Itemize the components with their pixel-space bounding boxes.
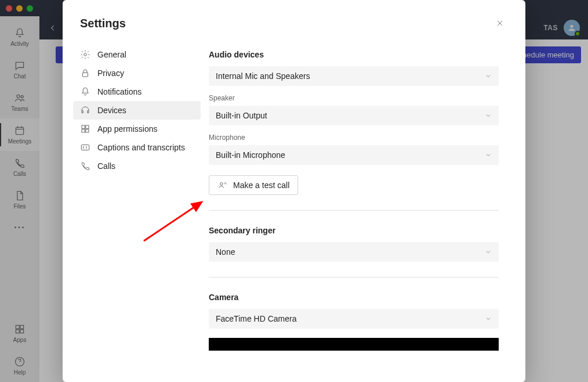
audio-devices-title: Audio devices: [209, 50, 499, 59]
nav-captions[interactable]: Captions and transcripts: [73, 138, 201, 157]
svg-point-16: [220, 183, 223, 186]
svg-rect-15: [81, 145, 89, 150]
nav-label: Notifications: [97, 87, 141, 96]
divider: [209, 277, 499, 278]
svg-rect-12: [86, 125, 89, 128]
close-button[interactable]: [492, 15, 508, 31]
nav-label: Privacy: [97, 69, 124, 78]
phone-icon: [80, 161, 90, 171]
settings-pane: Audio devices Internal Mic and Speakers …: [201, 42, 518, 382]
microphone-label: Microphone: [209, 134, 499, 142]
svg-rect-11: [82, 125, 85, 128]
nav-general[interactable]: General: [73, 45, 201, 64]
chevron-down-icon: [485, 152, 492, 158]
modal-overlay: Settings General Privacy Notifications: [0, 0, 588, 382]
nav-label: General: [97, 50, 126, 59]
svg-rect-14: [86, 129, 89, 132]
select-value: None: [216, 247, 235, 257]
grid-icon: [80, 124, 90, 134]
nav-label: Captions and transcripts: [97, 143, 185, 152]
nav-calls[interactable]: Calls: [73, 157, 201, 175]
select-value: Built-in Output: [216, 111, 267, 120]
bell-icon: [80, 87, 90, 97]
secondary-ringer-select[interactable]: None: [209, 242, 499, 262]
modal-header: Settings: [63, 0, 525, 42]
make-test-call-button[interactable]: Make a test call: [209, 175, 298, 195]
audio-devices-select[interactable]: Internal Mic and Speakers: [209, 66, 499, 86]
divider: [209, 210, 499, 211]
test-call-icon: [217, 180, 228, 190]
nav-privacy[interactable]: Privacy: [73, 64, 201, 82]
gear-icon: [80, 49, 90, 60]
select-value: FaceTime HD Camera: [216, 314, 297, 323]
chevron-down-icon: [485, 248, 492, 255]
chevron-down-icon: [485, 315, 492, 322]
chevron-down-icon: [485, 112, 492, 119]
nav-devices[interactable]: Devices: [73, 101, 201, 120]
secondary-ringer-title: Secondary ringer: [209, 226, 499, 235]
headset-icon: [80, 105, 90, 116]
camera-select[interactable]: FaceTime HD Camera: [209, 309, 499, 329]
cc-icon: [80, 142, 90, 153]
svg-rect-13: [82, 129, 85, 132]
speaker-label: Speaker: [209, 94, 499, 102]
nav-label: Devices: [97, 106, 126, 115]
svg-rect-10: [83, 73, 88, 77]
microphone-select[interactable]: Built-in Microphone: [209, 145, 499, 165]
modal-title: Settings: [80, 17, 126, 30]
nav-notifications[interactable]: Notifications: [73, 82, 201, 101]
svg-point-9: [84, 53, 87, 56]
camera-title: Camera: [209, 293, 499, 302]
select-value: Internal Mic and Speakers: [216, 71, 310, 81]
settings-nav: General Privacy Notifications Devices Ap…: [73, 42, 201, 382]
select-value: Built-in Microphone: [216, 150, 285, 160]
nav-label: App permissions: [97, 124, 158, 134]
nav-label: Calls: [97, 161, 115, 171]
button-label: Make a test call: [233, 181, 289, 190]
chevron-down-icon: [485, 73, 492, 80]
nav-app-permissions[interactable]: App permissions: [73, 120, 201, 138]
close-icon: [496, 19, 504, 27]
settings-modal: Settings General Privacy Notifications: [63, 0, 525, 382]
redacted-preview: [209, 338, 499, 351]
speaker-select[interactable]: Built-in Output: [209, 106, 499, 125]
lock-icon: [80, 68, 90, 78]
